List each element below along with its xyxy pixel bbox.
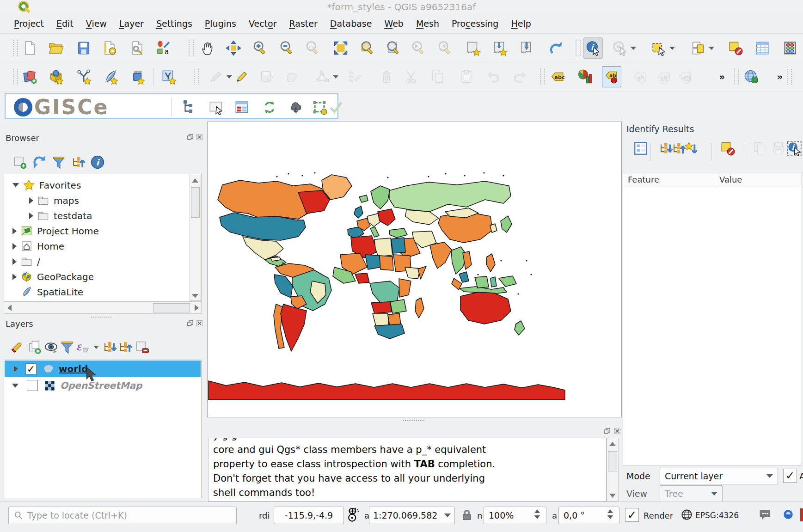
statistics-button[interactable] <box>780 37 800 59</box>
browser-hscrollbar[interactable] <box>4 302 202 314</box>
filter-expression-button[interactable]: ε <box>73 336 92 358</box>
tree-item-label[interactable]: SpatiaLite <box>37 287 83 298</box>
rotation-spin-arrows[interactable] <box>607 509 613 519</box>
gisce-check-button[interactable] <box>326 97 346 118</box>
browser-float-icon[interactable] <box>187 134 194 141</box>
browser-item--[interactable]: / <box>4 254 201 269</box>
layers-float-icon[interactable] <box>187 320 194 327</box>
tree-item-label[interactable]: Home <box>37 241 64 252</box>
tree-closed-arrow-icon[interactable] <box>12 243 17 250</box>
tree-item-label[interactable]: Project Home <box>37 226 99 237</box>
map-canvas[interactable] <box>207 122 622 417</box>
add-vector-layer-button[interactable] <box>46 66 66 87</box>
modify-attributes-button[interactable] <box>344 66 364 87</box>
gisce-tree-button[interactable] <box>179 97 199 118</box>
tree-closed-arrow-icon[interactable] <box>12 274 17 280</box>
new-memory-layer-button[interactable] <box>128 66 147 87</box>
cut-features-button[interactable] <box>401 66 421 87</box>
menu-web[interactable]: Web <box>384 18 403 29</box>
layer-collapse-icon[interactable] <box>12 384 18 388</box>
save-edits-button[interactable] <box>257 66 276 87</box>
console-vscrollbar[interactable] <box>607 438 619 501</box>
column-header-value[interactable]: Value <box>719 175 742 184</box>
locator-input[interactable]: Type to locate (Ctrl+K) <box>8 507 237 524</box>
copy-features-button[interactable] <box>428 66 447 87</box>
remove-layer-button[interactable] <box>132 336 152 358</box>
save-project-button[interactable] <box>74 37 93 59</box>
menu-processing[interactable]: Processing <box>452 18 498 29</box>
identify-mode-button[interactable]: i <box>785 138 803 159</box>
toolbar-grip[interactable] <box>734 69 739 85</box>
project-properties-button[interactable] <box>128 37 147 59</box>
gisce-sync-button[interactable] <box>260 97 279 118</box>
select-features-dropdown-icon[interactable] <box>669 47 675 50</box>
new-project-button[interactable] <box>20 37 40 59</box>
layer-checkbox-world[interactable]: ✓ <box>25 363 37 374</box>
console-close-icon[interactable] <box>614 428 621 435</box>
toolbar-grip[interactable] <box>194 69 199 85</box>
copy-feature-button[interactable] <box>750 138 770 159</box>
current-edits-dropdown-icon[interactable] <box>227 75 232 79</box>
deselect-all-button[interactable] <box>726 37 745 59</box>
zoom-out-button[interactable] <box>277 37 296 59</box>
data-source-manager-button[interactable] <box>20 66 40 87</box>
menu-database[interactable]: Database <box>330 18 372 29</box>
column-header-feature[interactable]: Feature <box>628 175 659 184</box>
scale-combobox[interactable]: 1:270.069.582 <box>369 507 455 524</box>
new-shapefile-button[interactable] <box>74 66 93 87</box>
lock-scale-icon[interactable] <box>460 508 473 524</box>
run-feature-action-dropdown-icon[interactable] <box>631 47 636 50</box>
menu-vector[interactable]: Vector <box>249 18 277 29</box>
identify-features-button[interactable]: i <box>583 37 603 59</box>
toolbar-grip[interactable] <box>540 69 545 85</box>
browser-close-icon[interactable] <box>196 134 203 141</box>
browser-item-project-home[interactable]: Project Home <box>4 223 201 238</box>
new-virtual-layer-button[interactable] <box>159 66 178 87</box>
layer-styling-button[interactable] <box>7 336 27 358</box>
tree-item-label[interactable]: / <box>37 256 40 267</box>
browser-item-maps[interactable]: maps <box>4 193 201 208</box>
zoom-last-button[interactable] <box>409 37 428 59</box>
vertex-tool-dropdown-icon[interactable] <box>333 75 338 79</box>
select-features-button[interactable] <box>649 37 668 59</box>
open-project-button[interactable] <box>46 37 66 59</box>
show-bookmarks-button[interactable] <box>517 37 536 59</box>
tree-open-arrow-icon[interactable] <box>12 183 19 187</box>
browser-vscrollbar[interactable] <box>190 175 201 301</box>
menu-view[interactable]: View <box>86 18 107 29</box>
zoom-next-button[interactable] <box>435 37 454 59</box>
style-manager-button[interactable]: a <box>153 37 173 59</box>
browser-item-geopackage[interactable]: GeoPackage <box>4 269 201 284</box>
view-combobox[interactable]: Tree <box>660 485 723 502</box>
pan-map-button[interactable] <box>198 37 217 59</box>
toggle-editing-button[interactable] <box>232 66 251 87</box>
gisce-table-button[interactable] <box>232 97 251 118</box>
browser-refresh-button[interactable] <box>30 152 49 173</box>
layers-close-icon[interactable] <box>196 320 203 327</box>
tree-closed-arrow-icon[interactable] <box>29 213 33 219</box>
crs-label[interactable]: EPSG:4326 <box>695 511 739 520</box>
toolbar-grip[interactable] <box>189 40 194 56</box>
refresh-map-button[interactable] <box>546 37 565 59</box>
tree-closed-arrow-icon[interactable] <box>12 228 17 234</box>
run-feature-action-button[interactable] <box>610 37 630 59</box>
layer-item-world[interactable]: ✓ world <box>5 361 201 377</box>
menu-plugins[interactable]: Plugins <box>205 18 236 29</box>
menu-project[interactable]: Project <box>14 18 44 29</box>
browser-item-favorites[interactable]: Favorites <box>4 177 201 193</box>
new-spatial-bookmark-button[interactable] <box>490 37 509 59</box>
menu-raster[interactable]: Raster <box>289 18 317 29</box>
toolbar-overflow-button[interactable]: » <box>712 66 732 87</box>
tree-closed-arrow-icon[interactable] <box>29 197 33 204</box>
toolbar-grip[interactable] <box>787 69 792 85</box>
new-map-view-button[interactable] <box>463 37 483 59</box>
toolbar-grip[interactable] <box>576 40 581 56</box>
messages-icon[interactable] <box>758 508 772 523</box>
attribute-table-button[interactable] <box>753 37 772 59</box>
form-view-button[interactable] <box>631 138 650 159</box>
menu-edit[interactable]: Edit <box>56 18 74 29</box>
splitter-handle[interactable] <box>403 420 424 423</box>
zoom-to-layer-button[interactable] <box>384 37 403 59</box>
label-unpin-button[interactable]: ab <box>630 66 649 87</box>
tree-item-label[interactable]: testdata <box>54 210 92 221</box>
